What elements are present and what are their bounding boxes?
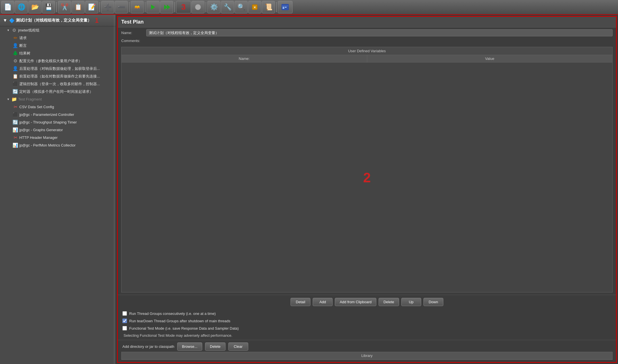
toggle-button[interactable] [131,1,144,13]
sidebar-item-jp-perfmon[interactable]: 📊 jp@gc - PerfMon Metrics Collector [0,141,116,149]
templates-button[interactable]: 🌐 [15,1,28,13]
start-button[interactable] [147,1,160,13]
config-button[interactable]: 🔧 [221,1,234,13]
sidebar-label-request: 请求 [19,35,27,41]
checkbox-row-run-teardown: Run tearDown Thread Groups after shutdow… [122,319,611,323]
stop-badge-text: 3 [181,3,186,12]
svg-text:×: × [254,5,256,9]
run-consecutively-checkbox[interactable] [122,311,127,316]
sidebar-item-pre-processor[interactable]: 📋 前置处理器（如在对数据库做操作之前要先连接... [0,72,116,80]
browse-button[interactable]: Browse... [177,342,202,351]
sidebar: ▼ 🔷 测试计划（对线程组有效，定义全局变量） 1 ▼ ⚙ jmeter线程组 … [0,15,116,364]
clear-classpath-button[interactable]: Clear [228,342,248,351]
variables-body: 2 [122,62,612,292]
content-panel: Test Plan Name: Comments: User Defined V… [117,16,617,363]
sidebar-item-http-header[interactable]: ✂ HTTP Header Manager [0,134,116,141]
sidebar-item-jmeter-thread-group[interactable]: ▼ ⚙ jmeter线程组 [0,26,116,34]
classpath-delete-button[interactable]: Delete [205,342,226,351]
name-input[interactable] [146,29,613,36]
toolbar: 📄 🌐 📂 💾 ✂️ 📋 📝 ➕ ➖ 3 [0,0,618,15]
name-row: Name: [118,28,616,38]
sidebar-item-result-tree[interactable]: 🌲 结果树 [0,49,116,57]
sidebar-label-jp-parameterized: jp@gc - Parameterized Controller [19,112,74,117]
stop-button[interactable] [191,1,204,13]
checkbox-section: Run Thread Groups consecutively (i.e. on… [118,309,616,340]
library-header: Library [122,352,612,359]
open-button[interactable]: 📂 [28,1,41,13]
sidebar-item-config-element[interactable]: ⚙ 配置元件（参数化模拟大量用户请求） [0,57,116,65]
sep6 [206,2,206,12]
test-fragment-icon: 📁 [11,97,17,102]
functional-test-checkbox[interactable] [122,326,127,330]
thread-group-arrow: ▼ [7,29,10,32]
add-from-clipboard-button[interactable]: Add from Clipboard [335,298,376,306]
settings-button[interactable]: ⚙️ [207,1,220,13]
expand-button[interactable]: ➕ [101,1,114,13]
sidebar-label-test-fragment: Test Fragment [18,97,42,101]
stop-number-badge: 3 [176,1,191,13]
sidebar-label-jp-throughput: jp@gc - Throughput Shaping Timer [19,120,77,124]
test-fragment-arrow: ▼ [7,98,10,101]
sidebar-item-logic-controller[interactable]: ⬛ 逻辑控制器（登录一次，收取多封邮件，控制器... [0,80,116,88]
sidebar-item-timer[interactable]: 🔄 定时器（模拟多个用户在同一时间发起请求） [0,88,116,95]
sidebar-label-jp-graphs: jp@gc - Graphs Generator [19,128,63,132]
sidebar-item-assertion[interactable]: 👤 断言 [0,42,116,49]
add-button[interactable]: Add [313,298,333,306]
paste-button[interactable]: 📝 [85,1,98,13]
timer-icon: 🔄 [12,89,18,94]
sidebar-label-post-processor: 后置处理器（对响应数据做处理，如获取登录后... [19,66,100,71]
table-buttons: Detail Add Add from Clipboard Delete Up … [118,295,616,309]
save-button[interactable]: 💾 [42,1,55,13]
toolbar-group-file: 📄 🌐 📂 💾 [1,1,55,13]
extra-button[interactable] [278,1,293,13]
up-button[interactable]: Up [401,298,421,306]
functional-note-row: Selecting Functional Test Mode may adver… [122,333,611,338]
sidebar-item-jp-graphs[interactable]: 📊 jp@gc - Graphs Generator [0,126,116,134]
sep3 [129,2,130,12]
sidebar-item-csv-data-set[interactable]: ✂ CSV Data Set Config [0,103,116,111]
delete-button[interactable]: Delete [379,298,399,306]
sidebar-label-logic-controller: 逻辑控制器（登录一次，收取多封邮件，控制器... [19,81,100,87]
sidebar-item-post-processor[interactable]: 👤 后置处理器（对响应数据做处理，如获取登录后... [0,65,116,72]
sidebar-item-test-fragment[interactable]: ▼ 📁 Test Fragment [0,95,116,103]
run-teardown-checkbox[interactable] [122,319,127,323]
http-header-icon: ✂ [12,135,18,140]
new-button[interactable]: 📄 [1,1,14,13]
pre-processor-icon: 📋 [12,74,18,79]
toolbar-group-stop: 3 [176,1,204,13]
log-button[interactable]: 📜 [262,1,275,13]
svg-rect-10 [283,8,284,9]
sep2 [99,2,100,12]
sidebar-item-request[interactable]: ✏ 请求 [0,34,116,42]
variables-header: Name: Value [122,55,612,62]
down-button[interactable]: Down [423,298,443,306]
search-button[interactable]: 🔍 [235,1,248,13]
detail-button[interactable]: Detail [291,298,310,306]
sidebar-item-jp-parameterized[interactable]: ⬛ jp@gc - Parameterized Controller [0,111,116,118]
copy-button[interactable]: 📋 [72,1,85,13]
cut-button[interactable]: ✂️ [58,1,71,13]
clear-button-toolbar[interactable]: × [248,1,261,13]
sidebar-item-jp-throughput[interactable]: 🔄 jp@gc - Throughput Shaping Timer [0,118,116,126]
start-no-pauses-button[interactable] [160,1,173,13]
sidebar-red-number: 1 [95,16,99,24]
sidebar-label-config-element: 配置元件（参数化模拟大量用户请求） [19,58,82,64]
sidebar-root-item[interactable]: ▼ 🔷 测试计划（对线程组有效，定义全局变量） 1 [0,15,116,26]
assertion-icon: 👤 [12,43,18,48]
svg-marker-0 [151,5,155,10]
functional-note: Selecting Functional Test Mode may adver… [122,333,232,338]
collapse-button[interactable]: ➖ [115,1,128,13]
jp-throughput-icon: 🔄 [12,120,18,125]
comments-row: Comments: [118,38,616,45]
sidebar-label-http-header: HTTP Header Manager [19,135,58,140]
sep5 [174,2,175,12]
result-tree-icon: 🌲 [12,51,18,56]
sep1 [56,2,57,12]
sidebar-label-jmeter-thread-group: jmeter线程组 [18,28,39,33]
csv-icon: ✂ [12,104,18,110]
sidebar-resize-handle[interactable] [114,15,116,364]
panel-title: Test Plan [121,19,613,25]
sidebar-label-csv-data-set: CSV Data Set Config [19,105,54,109]
checkbox-row-functional-test: Functional Test Mode (i.e. save Response… [122,326,611,330]
panel-header: Test Plan [118,17,616,28]
